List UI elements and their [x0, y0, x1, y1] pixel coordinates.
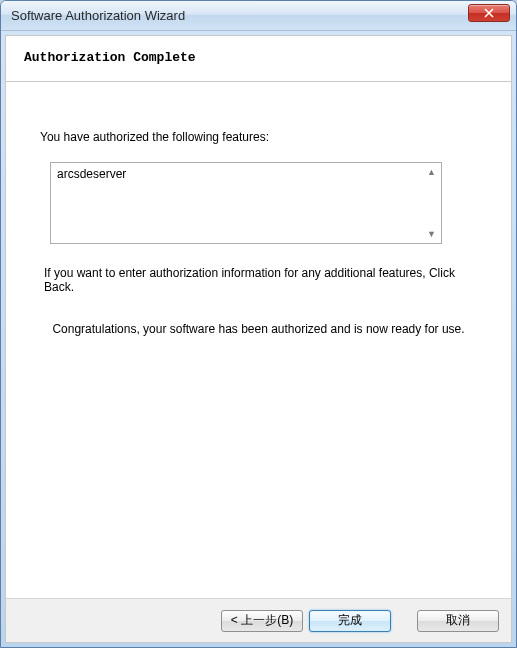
close-button[interactable]: [468, 4, 510, 22]
congrats-text: Congratulations, your software has been …: [50, 322, 467, 336]
wizard-body: Authorization Complete You have authoriz…: [5, 35, 512, 643]
wizard-content: You have authorized the following featur…: [6, 82, 511, 598]
window-title: Software Authorization Wizard: [11, 8, 468, 23]
scroll-up-icon[interactable]: ▲: [424, 165, 439, 179]
page-heading: Authorization Complete: [24, 50, 493, 65]
wizard-window: Software Authorization Wizard Authorizat…: [0, 0, 517, 648]
scroll-down-icon[interactable]: ▼: [424, 227, 439, 241]
lead-text: You have authorized the following featur…: [40, 130, 477, 144]
finish-button[interactable]: 完成: [309, 610, 391, 632]
button-row: < 上一步(B) 完成 取消: [6, 598, 511, 642]
cancel-button[interactable]: 取消: [417, 610, 499, 632]
close-icon: [484, 8, 494, 18]
titlebar[interactable]: Software Authorization Wizard: [1, 1, 516, 31]
wizard-header: Authorization Complete: [6, 36, 511, 82]
features-listbox[interactable]: arcsdeserver ▲ ▼: [50, 162, 442, 244]
back-hint-text: If you want to enter authorization infor…: [44, 266, 473, 294]
list-item: arcsdeserver: [57, 167, 435, 181]
back-button[interactable]: < 上一步(B): [221, 610, 303, 632]
